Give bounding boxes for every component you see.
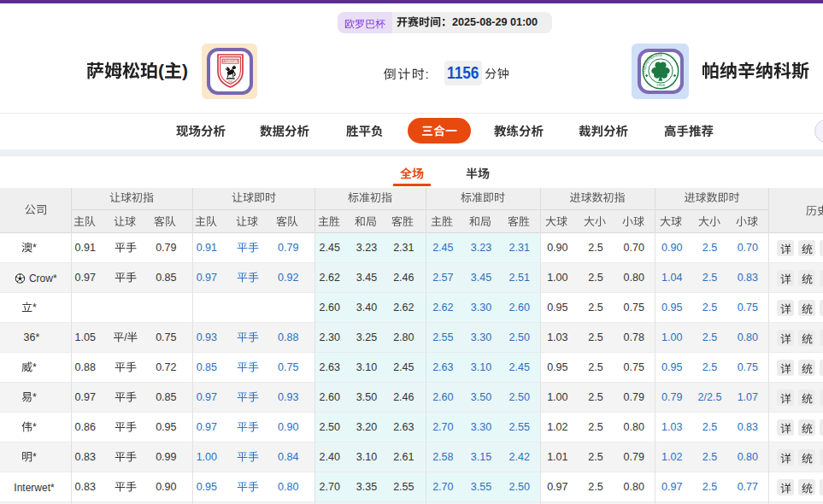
svg-text:SAMSUNSPOR: SAMSUNSPOR	[222, 60, 238, 63]
svg-text:1965: 1965	[228, 80, 233, 84]
svg-text:1908: 1908	[656, 83, 665, 87]
